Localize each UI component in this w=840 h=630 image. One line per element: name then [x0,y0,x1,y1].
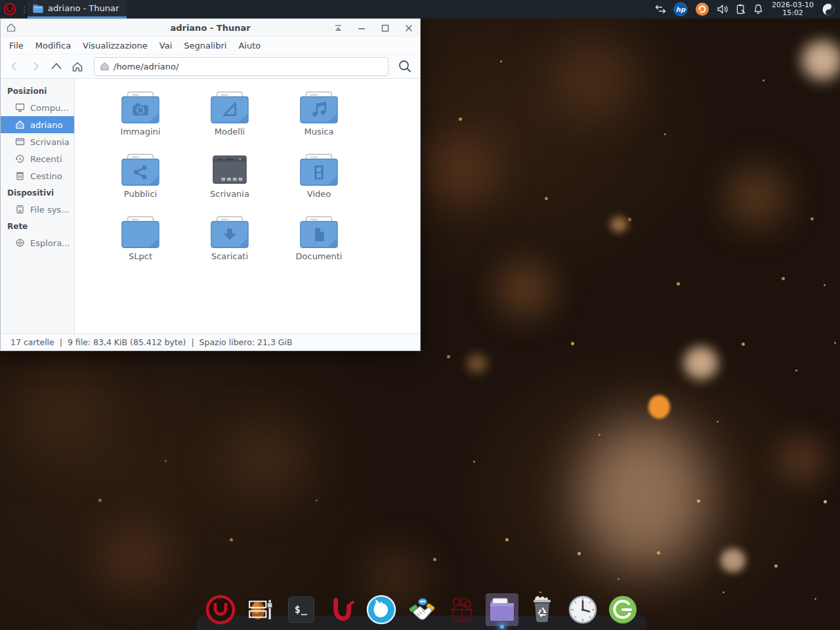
dock-terminal-icon[interactable]: $_ [285,593,318,626]
taskbar-item-label: adriano - Thunar [48,3,119,13]
network-arrows-icon[interactable] [655,5,666,14]
file-item-pubblici[interactable]: Pubblici [96,150,185,213]
menu-modifica[interactable]: Modifica [30,38,77,53]
recent-icon [15,154,25,163]
menu-segnalibri[interactable]: Segnalibri [178,38,232,53]
panel-time: 15:02 [772,9,814,17]
file-item-musica[interactable]: Musica [274,88,364,150]
file-label: Scaricati [211,251,248,261]
search-button[interactable] [394,56,416,76]
statusbar: 17 cartelle | 9 file: 83,4 KiB (85.412 b… [1,333,420,350]
shade-button[interactable] [333,24,343,33]
file-label: Modelli [215,127,245,136]
pathbar[interactable] [94,57,388,76]
file-label: Documenti [296,251,343,261]
clipboard-icon[interactable] [736,4,746,14]
search-icon [398,59,412,74]
svg-text:hp: hp [676,6,686,14]
forward-button[interactable] [26,57,45,75]
dock-trash-icon[interactable] [526,593,558,626]
folder-film-icon [299,153,339,187]
home-icon [15,120,25,129]
sidebar-item-adriano[interactable]: adriano [1,116,74,133]
top-panel: ⋮ adriano - Thunar hp [0,0,840,18]
sidebar: Posizioni Compu... adriano [1,79,75,333]
sidebar-item-filesystem[interactable]: File sys... [1,201,74,218]
dock-librewolf-icon[interactable] [365,593,398,626]
updates-icon[interactable] [695,2,709,16]
file-label: Video [307,189,331,199]
up-button[interactable] [47,57,66,75]
thunar-window: adriano - Thunar File Modifica Visualizz… [0,18,421,351]
dock-toolbox-icon[interactable] [446,593,478,626]
sidebar-item-label: Scrivania [30,137,70,147]
dock-file-manager-icon[interactable] [486,593,518,626]
sidebar-item-label: Cestino [30,171,62,181]
sidebar-item-label: Esplora... [30,238,70,248]
dock: $_ [197,593,646,626]
menu-visualizzazione[interactable]: Visualizzazione [77,38,154,53]
titlebar[interactable]: adriano - Thunar [1,19,420,37]
notifications-icon[interactable] [753,4,763,14]
computer-icon [15,103,25,112]
file-label: Musica [304,127,334,136]
sidebar-header-posizioni: Posizioni [1,83,74,99]
folder-camera-icon [120,91,161,125]
menu-file[interactable]: File [3,38,30,53]
dock-distro-logo-icon[interactable] [204,593,237,626]
file-pane[interactable]: Immagini Modelli [75,79,420,333]
file-item-video[interactable]: Video [274,150,364,213]
sidebar-item-label: Compu... [30,103,69,113]
path-input[interactable] [114,62,383,72]
dock-video-editor-icon[interactable] [245,593,278,626]
file-item-scrivania[interactable]: Scrivania [185,150,274,213]
menu-vai[interactable]: Vai [154,38,178,53]
distro-logo-icon[interactable] [0,3,20,16]
dock-logout-icon[interactable] [606,593,639,626]
sidebar-item-label: adriano [30,120,62,130]
maximize-button[interactable] [381,24,390,33]
dock-clock-icon[interactable] [566,593,599,626]
file-item-modelli[interactable]: Modelli [185,88,274,150]
volume-icon[interactable] [717,4,728,14]
minimize-button[interactable] [357,24,366,33]
close-button[interactable] [404,24,413,33]
file-item-slpct[interactable]: SLpct [96,213,185,275]
folder-document-icon [299,215,339,249]
file-label: Immagini [121,127,161,136]
path-home-icon [100,62,110,71]
folder-template-icon [209,91,250,125]
file-item-scaricati[interactable]: Scaricati [185,213,274,275]
sidebar-header-rete: Rete [1,218,74,234]
folder-music-icon [299,91,339,125]
sidebar-item-esplora[interactable]: Esplora... [1,234,74,251]
desktop-icon [15,137,25,146]
folder-icon [33,4,43,13]
network-globe-icon [15,238,25,247]
sidebar-item-cestino[interactable]: Cestino [1,167,74,184]
back-button[interactable] [5,57,24,75]
sidebar-item-computer[interactable]: Compu... [1,99,74,116]
hp-device-icon[interactable]: hp [673,2,688,16]
folder-share-icon [120,153,161,187]
file-item-documenti[interactable]: Documenti [274,213,364,275]
drive-icon [15,205,25,214]
menu-aiuto[interactable]: Aiuto [232,38,266,53]
home-button[interactable] [68,57,87,75]
dock-uget-icon[interactable] [325,593,358,626]
taskbar-item-thunar[interactable]: adriano - Thunar [28,0,127,18]
file-label: Pubblici [124,189,157,199]
sidebar-header-dispositivi: Dispositivi [1,184,74,201]
window-home-icon [6,22,16,35]
menubar: File Modifica Visualizzazione Vai Segnal… [1,37,420,54]
file-label: SLpct [129,251,152,261]
dock-handshake-icon[interactable] [406,593,438,626]
folder-download-icon [209,215,250,249]
panel-handle[interactable]: ⋮ [20,5,28,14]
sidebar-item-recenti[interactable]: Recenti [1,150,74,167]
panel-clock[interactable]: 2026-03-10 15:02 [770,1,815,17]
yin-yang-icon[interactable] [822,3,835,16]
trash-icon [15,171,25,180]
file-item-immagini[interactable]: Immagini [96,88,185,150]
sidebar-item-scrivania[interactable]: Scrivania [1,133,74,150]
